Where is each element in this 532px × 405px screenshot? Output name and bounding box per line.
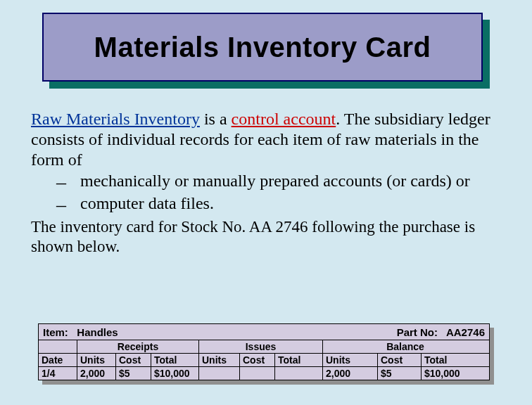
cell-iss-units: [199, 367, 240, 380]
hdr-bal-cost: Cost: [378, 354, 422, 366]
section-header-row: Receipts Issues Balance: [39, 340, 489, 354]
cell-iss-cost: [240, 367, 275, 380]
list-item: – computer data files.: [56, 193, 504, 214]
card-header-row: Item: Handles Part No: AA2746: [39, 324, 489, 340]
hdr-iss-cost: Cost: [240, 354, 275, 366]
item-value: Handles: [77, 326, 118, 338]
hdr-date: Date: [39, 354, 77, 366]
section-balance: Balance: [323, 340, 488, 353]
part-label: Part No:: [397, 326, 438, 338]
hdr-bal-units: Units: [323, 354, 378, 366]
paragraph-2: The inventory card for Stock No. AA 2746…: [31, 217, 504, 256]
slide-title-container: Materials Inventory Card: [42, 13, 490, 89]
inventory-card: Item: Handles Part No: AA2746 Receipts I…: [38, 323, 494, 385]
section-receipts: Receipts: [77, 340, 199, 353]
cell-rec-cost: $5: [116, 367, 151, 380]
cell-rec-units: 2,000: [77, 367, 116, 380]
section-date-spacer: [39, 340, 77, 353]
hdr-rec-cost: Cost: [116, 354, 151, 366]
item-label: Item:: [43, 326, 68, 338]
title-box: Materials Inventory Card: [42, 13, 483, 82]
table-row: 1/4 2,000 $5 $10,000 2,000 $5 $10,000: [39, 367, 489, 380]
hdr-rec-units: Units: [77, 354, 116, 366]
term-control-account: control account: [232, 110, 336, 128]
section-issues: Issues: [199, 340, 323, 353]
list-item: – mechanically or manually prepared acco…: [56, 171, 504, 192]
bullet-1-text: mechanically or manually prepared accoun…: [80, 171, 504, 191]
p1-mid1: is a: [200, 110, 232, 128]
part-block: Part No: AA2746: [397, 326, 485, 339]
slide-title: Materials Inventory Card: [94, 32, 431, 63]
item-block: Item: Handles: [43, 326, 118, 339]
cell-iss-total: [275, 367, 323, 380]
column-header-row: Date Units Cost Total Units Cost Total U…: [39, 354, 489, 367]
cell-bal-units: 2,000: [323, 367, 378, 380]
body-text: Raw Materials Inventory is a control acc…: [31, 109, 504, 257]
dash-icon: –: [56, 193, 80, 214]
paragraph-1: Raw Materials Inventory is a control acc…: [31, 109, 504, 169]
hdr-rec-total: Total: [151, 354, 199, 366]
bullet-2-text: computer data files.: [80, 193, 504, 214]
card-box: Item: Handles Part No: AA2746 Receipts I…: [38, 323, 490, 380]
hdr-iss-units: Units: [199, 354, 240, 366]
dash-icon: –: [56, 171, 80, 192]
cell-bal-cost: $5: [378, 367, 422, 380]
hdr-bal-total: Total: [422, 354, 488, 366]
term-raw-materials: Raw Materials Inventory: [31, 110, 200, 128]
card-grid: Receipts Issues Balance Date Units Cost …: [39, 340, 489, 380]
hdr-iss-total: Total: [275, 354, 323, 366]
part-value: AA2746: [446, 326, 485, 338]
cell-rec-total: $10,000: [151, 367, 199, 380]
cell-date: 1/4: [39, 367, 77, 380]
cell-bal-total: $10,000: [422, 367, 488, 380]
bullet-list: – mechanically or manually prepared acco…: [56, 171, 504, 214]
